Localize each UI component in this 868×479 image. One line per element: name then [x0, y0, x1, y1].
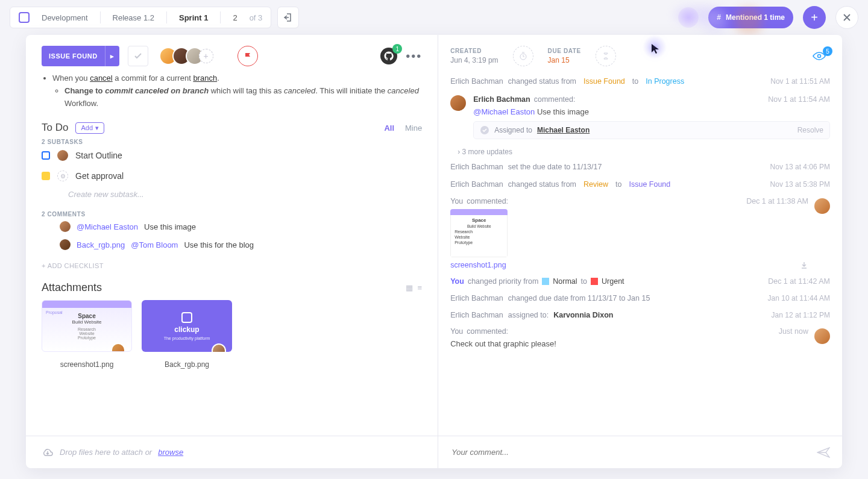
todo-section: To Do Add▾ All Mine 2 SUBTASKS Start Out…: [26, 113, 438, 369]
attachment-card[interactable]: Proposal Space Build Website Research We…: [42, 300, 132, 369]
text: .: [217, 74, 219, 83]
assigned-icon: [480, 125, 489, 135]
grid-view-icon[interactable]: ▦: [406, 283, 413, 292]
subtask-row[interactable]: Start Outline: [42, 145, 422, 166]
download-icon[interactable]: [800, 261, 808, 269]
avatar: [60, 239, 71, 250]
subtask-row[interactable]: Get approval: [42, 166, 422, 186]
crumb-release[interactable]: Release 1.2: [113, 13, 154, 22]
file-link[interactable]: Back_rgb.png: [77, 240, 125, 249]
due-meta[interactable]: DUE DATE Jan 15: [548, 48, 581, 64]
task-description[interactable]: When you cancel a commit for a current b…: [26, 72, 438, 113]
avatar[interactable]: [450, 95, 466, 111]
drop-text: Drop files here to attach or: [60, 448, 152, 457]
hourglass-icon: [602, 52, 610, 60]
crumb-space[interactable]: Development: [42, 13, 88, 22]
text: When you: [52, 74, 90, 83]
crumb-index: 2: [233, 13, 237, 22]
avatar[interactable]: [57, 150, 68, 161]
status-square-icon[interactable]: [42, 172, 50, 180]
text: Use this for the blog: [184, 240, 254, 249]
tab-mine[interactable]: Mine: [405, 124, 422, 133]
assigned-name[interactable]: Michael Easton: [537, 126, 590, 134]
activity-comment: You commented:Dec 1 at 11:38 AM Space Bu…: [450, 193, 830, 273]
resolve-button[interactable]: Resolve: [797, 126, 823, 134]
list-view-icon[interactable]: ≡: [418, 283, 423, 292]
priority-flag-button[interactable]: [237, 46, 258, 66]
text: Use this image: [144, 222, 196, 231]
more-menu-button[interactable]: •••: [406, 49, 422, 63]
mention[interactable]: @Michael Easton: [473, 107, 535, 116]
status-next-icon[interactable]: ▸: [105, 46, 119, 66]
crumb-of: of 3: [250, 13, 263, 22]
status-button[interactable]: ISSUE FOUND ▸: [42, 46, 119, 66]
attachment-name: Back_rgb.png: [142, 360, 232, 369]
chevron-down-icon: ▾: [95, 124, 99, 132]
more-updates-toggle[interactable]: › 3 more updates: [450, 144, 830, 158]
send-button[interactable]: [817, 447, 830, 458]
todo-title: To Do: [42, 122, 68, 134]
comment-row[interactable]: Back_rgb.png @Tom BloomUse this for the …: [42, 236, 422, 254]
activity-row: Erlich Bachman set the due date to 11/13…: [450, 158, 830, 175]
file-link[interactable]: screenshot1.png: [450, 261, 506, 269]
check-icon: [134, 52, 142, 60]
avatar: [111, 343, 125, 352]
image-attachment[interactable]: Space Build Website Research Website Pro…: [450, 209, 508, 257]
left-pane: ISSUE FOUND ▸ + 1 •••: [26, 35, 438, 468]
gh-badge: 1: [392, 44, 402, 54]
mention[interactable]: @Tom Bloom: [131, 240, 178, 249]
activity-row: Erlich Bachman changed due date from 11/…: [450, 290, 830, 307]
github-icon: [384, 51, 394, 61]
exit-icon: [283, 13, 293, 22]
assignee-stack[interactable]: +: [164, 47, 213, 65]
close-button[interactable]: [835, 6, 858, 29]
watchers-button[interactable]: 5: [812, 51, 826, 61]
subtask-label: Start Outline: [75, 151, 122, 160]
exit-button[interactable]: [277, 7, 299, 28]
status-square-icon[interactable]: [42, 151, 50, 160]
comment-footer: [438, 436, 842, 468]
add-assignee-button[interactable]: +: [199, 49, 213, 63]
drop-footer[interactable]: Drop files here to attach or browse: [26, 436, 438, 468]
activity-feed: Erlich Bachman changed status from Issue…: [438, 71, 842, 436]
avatar[interactable]: [814, 198, 830, 214]
assigned-row[interactable]: Assigned to Michael Easton Resolve: [473, 121, 830, 139]
logo-icon: [181, 312, 192, 323]
add-subtask-button[interactable]: Add▾: [75, 122, 104, 134]
comment-row[interactable]: @Michael Easton Use this image: [42, 218, 422, 236]
link-branch[interactable]: branch: [193, 74, 217, 83]
text: a commit for a current: [113, 74, 193, 83]
unassigned-icon[interactable]: [57, 171, 68, 181]
activity-comment: You commented:Just now Check out that gr…: [450, 324, 830, 352]
right-pane: CREATED Jun 4, 3:19 pm DUE DATE Jan 15 5…: [438, 35, 842, 468]
link-cancel[interactable]: cancel: [90, 74, 113, 83]
watchers-badge: 5: [823, 46, 832, 56]
add-checklist-button[interactable]: + ADD CHECKLIST: [42, 262, 422, 269]
svg-point-1: [818, 55, 821, 58]
subtasks-count: 2 SUBTASKS: [42, 139, 422, 145]
time-tracked-button[interactable]: [513, 46, 533, 66]
avatar: [212, 343, 226, 352]
flag-icon: [244, 52, 252, 60]
add-button[interactable]: +: [803, 6, 826, 29]
mention[interactable]: @Michael Easton: [77, 222, 138, 231]
mark-done-button[interactable]: [128, 46, 148, 66]
breadcrumb: Development Release 1.2 Sprint 1 2 of 3: [10, 7, 271, 28]
new-subtask-input[interactable]: Create new subtask...: [42, 186, 422, 200]
status-label: ISSUE FOUND: [42, 46, 105, 66]
attachment-grid: Proposal Space Build Website Research We…: [42, 300, 422, 369]
attachment-card[interactable]: clickup The productivity platform Back_r…: [142, 300, 232, 369]
tab-all[interactable]: All: [384, 124, 394, 133]
text: canceled: [388, 86, 419, 95]
browse-link[interactable]: browse: [158, 448, 183, 457]
github-button[interactable]: 1: [380, 48, 397, 64]
attachment-thumb: Proposal Space Build Website Research We…: [42, 300, 132, 352]
crumb-sprint[interactable]: Sprint 1: [179, 13, 208, 22]
text: canceled: [284, 86, 315, 95]
task-modal: ISSUE FOUND ▸ + 1 •••: [26, 35, 842, 468]
avatar[interactable]: [814, 328, 830, 344]
send-icon: [817, 447, 830, 458]
comments-count: 2 COMMENTS: [42, 211, 422, 218]
comment-input[interactable]: [450, 447, 811, 457]
estimate-button[interactable]: [596, 46, 616, 66]
